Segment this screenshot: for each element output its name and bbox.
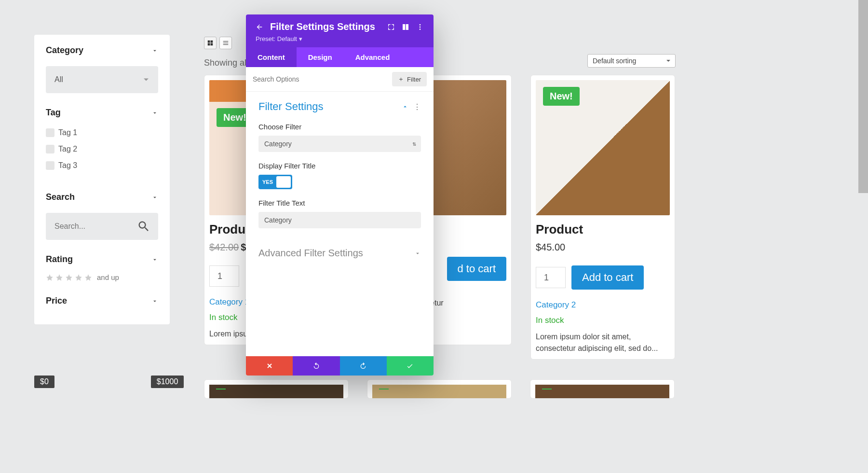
tag-title: Tag	[46, 108, 61, 118]
search-box	[46, 213, 158, 240]
tag-row[interactable]: Tag 3	[46, 161, 158, 170]
chevron-up-icon[interactable]	[402, 103, 408, 110]
category-selected: All	[54, 75, 63, 84]
redo-button[interactable]	[340, 356, 387, 376]
checkbox[interactable]	[46, 145, 54, 153]
tag-row[interactable]: Tag 2	[46, 145, 158, 153]
price-min: $0	[34, 376, 54, 388]
price-range-ends: $0 $1000	[34, 376, 184, 388]
add-filter-button[interactable]: ＋Filter	[392, 72, 427, 86]
search-header[interactable]: Search	[46, 192, 158, 202]
preset-label[interactable]: Preset: Default ▾	[256, 35, 424, 42]
field-label: Display Filter Title	[258, 162, 421, 170]
check-icon	[406, 362, 414, 370]
checkbox[interactable]	[46, 161, 54, 170]
field-label: Choose Filter	[258, 123, 421, 131]
image-placeholder	[535, 385, 669, 399]
product-category-link[interactable]: Category 2	[536, 300, 670, 310]
add-to-cart-button[interactable]: d to cart	[447, 257, 506, 281]
stock-status: In stock	[536, 316, 670, 325]
new-badge	[542, 389, 552, 390]
columns-icon[interactable]	[402, 23, 409, 31]
category-select[interactable]: All	[46, 66, 158, 93]
search-icon[interactable]	[137, 220, 150, 233]
search-input[interactable]	[54, 222, 131, 231]
grid-icon	[207, 40, 214, 46]
plus-icon: ＋	[398, 75, 404, 83]
category-title: Category	[46, 45, 83, 56]
sort-select[interactable]: Default sorting	[587, 54, 676, 68]
filter-settings-section: Filter Settings ⋮ Choose Filter Category…	[246, 92, 434, 237]
more-icon[interactable]	[416, 23, 424, 31]
section-title: Filter Settings	[258, 100, 324, 113]
close-icon	[266, 362, 273, 370]
redo-icon	[359, 362, 367, 370]
product-title: Product	[536, 222, 670, 237]
tag-row[interactable]: Tag 1	[46, 128, 158, 137]
chevron-down-icon	[151, 110, 158, 116]
advanced-section-title: Advanced Filter Settings	[258, 248, 363, 259]
choose-filter-select[interactable]: Category ⇅	[258, 136, 421, 152]
tag-header[interactable]: Tag	[46, 108, 158, 118]
section-header[interactable]: Filter Settings ⋮	[258, 100, 421, 113]
chevron-down-icon	[151, 194, 158, 201]
add-to-cart-button[interactable]: Add to cart	[571, 265, 644, 290]
rating-filter[interactable]: and up	[46, 273, 158, 281]
tag-label: Tag 1	[58, 128, 77, 137]
chevron-down-icon	[151, 47, 158, 54]
product-image[interactable]: New!	[536, 80, 670, 215]
product-grid-row2	[204, 379, 675, 399]
modal-footer	[246, 356, 434, 376]
svg-point-0	[420, 24, 421, 26]
svg-point-2	[420, 28, 421, 30]
search-options-bar: ＋Filter	[246, 67, 434, 92]
product-description: Lorem ipsum dolor sit amet, consectetur …	[536, 331, 670, 354]
search-options-input[interactable]	[253, 75, 357, 83]
rating-header[interactable]: Rating	[46, 254, 158, 264]
display-title-toggle[interactable]: YES	[258, 175, 292, 189]
star-icon	[75, 274, 82, 281]
save-button[interactable]	[387, 356, 434, 376]
chevron-down-icon	[151, 298, 158, 305]
undo-button[interactable]	[293, 356, 339, 376]
tab-advanced[interactable]: Advanced	[344, 47, 402, 67]
modal-header[interactable]: Filter Settings Settings Preset: Default…	[246, 14, 434, 47]
filter-title-input[interactable]	[258, 212, 421, 228]
sort-value: Default sorting	[593, 57, 636, 65]
price-header[interactable]: Price	[46, 296, 158, 306]
grid-view-button[interactable]	[204, 37, 217, 49]
tag-label: Tag 2	[58, 145, 77, 153]
select-caret-icon: ⇅	[412, 141, 416, 147]
modal-tabs: Content Design Advanced	[246, 47, 434, 67]
rating-andup: and up	[97, 273, 119, 281]
back-icon[interactable]	[256, 23, 263, 31]
image-placeholder	[372, 385, 506, 399]
list-icon	[222, 40, 229, 46]
old-price: $42.00	[209, 242, 239, 252]
list-view-button[interactable]	[219, 37, 232, 49]
product-card	[204, 379, 349, 399]
tab-content[interactable]: Content	[246, 47, 297, 67]
tag-label: Tag 3	[58, 161, 77, 170]
new-badge	[379, 389, 389, 390]
star-icon	[46, 274, 54, 281]
field-label: Filter Title Text	[258, 199, 421, 207]
tab-design[interactable]: Design	[297, 47, 344, 67]
scrollbar-thumb[interactable]	[858, 0, 868, 193]
quantity-input[interactable]: 1	[209, 265, 239, 287]
checkbox[interactable]	[46, 128, 54, 137]
section-more-icon[interactable]: ⋮	[413, 102, 421, 111]
category-header[interactable]: Category	[46, 45, 158, 56]
advanced-filter-section[interactable]: Advanced Filter Settings	[246, 237, 434, 269]
expand-icon[interactable]	[387, 23, 395, 31]
svg-point-1	[420, 26, 421, 28]
star-icon	[55, 274, 63, 281]
star-icon	[84, 274, 92, 281]
quantity-input[interactable]: 1	[536, 267, 566, 288]
modal-title: Filter Settings Settings	[270, 21, 380, 32]
product-price: $45.00	[536, 242, 670, 253]
undo-icon	[312, 362, 320, 370]
cancel-button[interactable]	[246, 356, 293, 376]
settings-modal: Filter Settings Settings Preset: Default…	[246, 14, 434, 376]
new-badge: New!	[543, 87, 580, 106]
